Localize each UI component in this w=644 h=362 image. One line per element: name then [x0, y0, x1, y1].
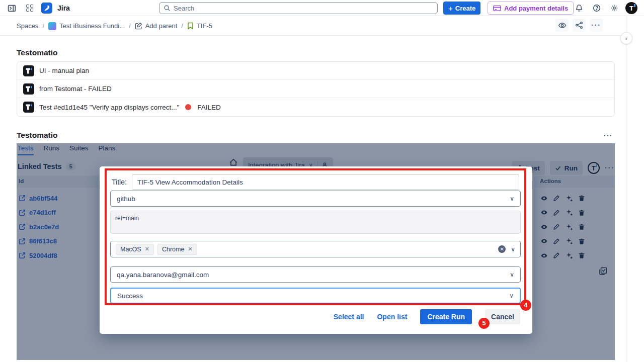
app-title: Jira: [57, 4, 70, 12]
remove-tag-icon[interactable]: ✕: [145, 246, 149, 252]
notifications-bell-icon[interactable]: [573, 2, 586, 15]
create-run-modal: Title: github ∨ ref=main MacOS ✕ Chrome …: [100, 166, 532, 334]
chevron-down-icon: ∨: [509, 292, 514, 299]
add-payment-details-button[interactable]: Add payment details: [488, 2, 574, 15]
top-navigation-bar: Jira + Create Add payment details: [0, 0, 644, 16]
assignee-select[interactable]: qa.yana.baranova@gmail.com ∨: [110, 266, 521, 283]
cancel-button[interactable]: Cancel: [485, 309, 520, 324]
remove-tag-icon[interactable]: ✕: [188, 246, 192, 252]
list-item[interactable]: from Testomat - FAILED: [17, 80, 614, 98]
list-item[interactable]: Test #ed1d1e45 "Verify app displays corr…: [17, 98, 614, 116]
search-icon: [164, 5, 171, 12]
create-run-button[interactable]: Create Run: [420, 309, 472, 324]
credit-card-icon: [493, 5, 501, 12]
user-avatar[interactable]: T: [625, 2, 637, 14]
status-select[interactable]: Success ∨: [110, 288, 521, 304]
bookmark-icon: [187, 22, 194, 30]
list-item-label: from Testomat - FAILED: [39, 85, 112, 93]
search-bar[interactable]: [159, 2, 438, 14]
run-params-textarea[interactable]: ref=main: [110, 211, 521, 234]
sidebar-toggle-icon[interactable]: [5, 2, 18, 15]
widget-more-icon[interactable]: ...: [604, 130, 613, 138]
integration-select[interactable]: github ∨: [110, 191, 521, 207]
plus-icon: +: [448, 4, 453, 13]
clear-all-icon[interactable]: ✕: [498, 245, 506, 253]
list-item-status: FAILED: [197, 104, 221, 111]
testomatio-section-title: Testomatio: [17, 48, 58, 57]
breadcrumb-spaces[interactable]: Spaces: [17, 22, 38, 30]
testomat-logo-icon: [23, 83, 34, 95]
select-all-link[interactable]: Select all: [334, 313, 364, 321]
environment-multiselect[interactable]: MacOS ✕ Chrome ✕ ✕ ∨: [110, 241, 521, 257]
chevron-down-icon: ∨: [510, 195, 514, 202]
share-icon[interactable]: [573, 19, 586, 32]
env-tag: Chrome ✕: [157, 244, 197, 255]
watch-eye-icon[interactable]: [555, 19, 569, 32]
edit-icon: [135, 22, 142, 30]
more-actions-icon[interactable]: ···: [590, 19, 603, 32]
chevron-down-icon: ∨: [511, 246, 515, 253]
breadcrumb-bar: Spaces / Test iBusiness Fundi... / Add p…: [0, 16, 626, 36]
settings-gear-icon[interactable]: [608, 2, 621, 15]
testomat-logo-icon: [23, 65, 34, 76]
open-list-link[interactable]: Open list: [377, 313, 407, 321]
testomatio-widget-title: Testomatio: [17, 131, 58, 140]
breadcrumb-page[interactable]: TIF-5: [187, 22, 212, 30]
list-item-label: Test #ed1d1e45 "Verify app displays corr…: [39, 104, 179, 111]
list-item[interactable]: UI - manual plan: [17, 62, 614, 80]
search-input[interactable]: [174, 5, 433, 12]
breadcrumb: Spaces / Test iBusiness Fundi... / Add p…: [17, 16, 212, 36]
right-rail-divider: [626, 16, 626, 362]
annotation-step-badge: 4: [520, 300, 531, 311]
space-icon: [48, 22, 56, 30]
run-title-input[interactable]: [132, 174, 519, 190]
testomat-logo-icon: [23, 102, 34, 113]
annotation-step-badge: 5: [478, 318, 490, 329]
jira-logo-icon[interactable]: [41, 3, 52, 14]
add-parent-button[interactable]: Add parent: [135, 22, 178, 30]
chevron-down-icon: ∨: [510, 271, 514, 278]
help-icon[interactable]: [590, 2, 603, 15]
title-label: Title:: [112, 178, 127, 186]
breadcrumb-space[interactable]: Test iBusiness Fundi...: [48, 22, 125, 30]
failed-status-dot: [185, 104, 191, 110]
list-item-label: UI - manual plan: [39, 67, 89, 74]
app-switcher-icon[interactable]: [23, 2, 36, 15]
collapse-panel-button[interactable]: ‹: [620, 32, 632, 44]
create-button[interactable]: + Create: [443, 2, 480, 15]
testomatio-list: UI - manual plan from Testomat - FAILED …: [17, 61, 615, 117]
env-tag: MacOS ✕: [116, 244, 154, 255]
